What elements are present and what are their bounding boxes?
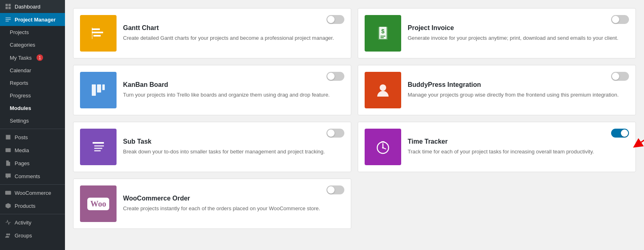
toggle-container-woocommerce: [326, 185, 344, 196]
module-title-buddypress: BuddyPress Integration: [408, 81, 629, 88]
module-desc-time-tracker: Track time for each of your project task…: [408, 148, 629, 156]
sidebar-item-groups[interactable]: Groups: [0, 229, 65, 242]
module-desc-woocommerce: Create projects instantly for each of th…: [123, 205, 344, 213]
module-info-invoice: Project Invoice Generate invoice for you…: [408, 24, 629, 42]
main-content: Gantt Chart Create detailed Gantt charts…: [65, 0, 644, 250]
module-icon-gantt: [80, 15, 117, 52]
svg-point-9: [8, 233, 10, 235]
svg-point-22: [380, 84, 386, 91]
module-info-kanban: KanBan Board Turn your projects into Tre…: [123, 81, 344, 99]
svg-rect-4: [6, 148, 11, 152]
my-tasks-badge: 1: [37, 54, 43, 61]
sidebar-divider-2: [0, 184, 65, 185]
toggle-woocommerce[interactable]: [326, 185, 344, 194]
sidebar-item-comments[interactable]: Comments: [0, 170, 65, 183]
svg-rect-31: [381, 141, 385, 142]
svg-rect-17: [380, 36, 385, 37]
sidebar-item-products[interactable]: Products: [0, 199, 65, 212]
sidebar-item-pages[interactable]: Pages: [0, 157, 65, 170]
module-info-buddypress: BuddyPress Integration Manage your proje…: [408, 81, 629, 99]
sidebar-item-woocommerce[interactable]: W WooCommerce: [0, 186, 65, 199]
module-card-kanban: KanBan Board Turn your projects into Tre…: [73, 65, 351, 115]
module-desc-buddypress: Manage your projects group wise directly…: [408, 91, 629, 99]
svg-point-5: [6, 149, 8, 150]
module-icon-kanban: [80, 72, 117, 108]
module-desc-subtask: Break down your to-dos into smaller task…: [123, 148, 344, 156]
module-card-time-tracker: Time Tracker Track time for each of your…: [358, 122, 636, 172]
module-title-invoice: Project Invoice: [408, 24, 629, 32]
svg-rect-0: [6, 4, 8, 6]
sidebar-item-activity[interactable]: Activity: [0, 216, 65, 229]
svg-rect-2: [6, 7, 8, 9]
svg-rect-10: [92, 28, 100, 30]
module-card-subtask: Sub Task Break down your to-dos into sma…: [73, 122, 351, 172]
svg-rect-25: [94, 148, 102, 149]
svg-point-8: [6, 233, 8, 235]
sidebar-item-reports[interactable]: Reports: [0, 77, 65, 89]
modules-grid: Gantt Chart Create detailed Gantt charts…: [73, 8, 636, 229]
toggle-invoice[interactable]: [611, 15, 629, 24]
toggle-container-time-tracker: [611, 129, 629, 139]
module-title-subtask: Sub Task: [123, 138, 344, 145]
module-desc-invoice: Generate invoice for your projects anyti…: [408, 34, 629, 42]
svg-rect-21: [102, 84, 105, 90]
svg-rect-26: [94, 150, 101, 151]
module-card-gantt-chart: Gantt Chart Create detailed Gantt charts…: [73, 8, 351, 58]
module-info-time-tracker: Time Tracker Track time for each of your…: [408, 138, 629, 156]
sidebar: Dashboard Project Manager Projects Categ…: [0, 0, 65, 250]
svg-rect-12: [93, 35, 101, 37]
toggle-container-kanban: [326, 72, 344, 82]
svg-rect-19: [92, 84, 96, 96]
toggle-container-subtask: [326, 129, 344, 139]
module-desc-gantt: Create detailed Gantt charts for your pr…: [123, 34, 344, 42]
sidebar-item-project-manager[interactable]: Project Manager: [0, 13, 65, 26]
sidebar-divider-3: [0, 214, 65, 214]
toggle-container-gantt: [326, 15, 344, 26]
svg-rect-3: [9, 7, 11, 9]
module-icon-subtask: [80, 129, 117, 165]
sidebar-item-categories[interactable]: Categories: [0, 39, 65, 51]
svg-rect-18: [380, 37, 384, 38]
sidebar-item-settings[interactable]: Settings: [0, 114, 65, 127]
module-icon-invoice: $: [365, 15, 401, 52]
svg-text:W: W: [6, 192, 9, 194]
module-title-kanban: KanBan Board: [123, 81, 344, 88]
sidebar-item-posts[interactable]: Posts: [0, 131, 65, 144]
module-card-project-invoice: $ Project Invoice Generate invoice for y…: [358, 8, 636, 58]
toggle-buddypress[interactable]: [611, 72, 629, 81]
toggle-time-tracker[interactable]: [611, 129, 629, 138]
sidebar-item-media[interactable]: Media: [0, 144, 65, 157]
sidebar-item-my-tasks[interactable]: My Tasks 1: [0, 51, 65, 64]
svg-rect-24: [94, 145, 104, 147]
module-info-gantt: Gantt Chart Create detailed Gantt charts…: [123, 24, 344, 42]
sidebar-item-modules[interactable]: Modules: [0, 102, 65, 114]
module-title-gantt: Gantt Chart: [123, 24, 344, 32]
toggle-subtask[interactable]: [326, 129, 344, 138]
module-icon-time-tracker: [365, 129, 401, 165]
sidebar-divider-1: [0, 129, 65, 129]
svg-rect-20: [97, 84, 101, 93]
module-info-woocommerce: WooCommerce Order Create projects instan…: [123, 195, 344, 213]
svg-text:$: $: [381, 28, 385, 34]
module-icon-woocommerce: Woo: [80, 185, 117, 222]
sidebar-item-progress[interactable]: Progress: [0, 89, 65, 102]
module-card-buddypress: BuddyPress Integration Manage your proje…: [358, 65, 636, 115]
svg-line-30: [383, 148, 386, 149]
toggle-gantt[interactable]: [326, 15, 344, 24]
toggle-kanban[interactable]: [326, 72, 344, 81]
module-desc-kanban: Turn your projects into Trello like boar…: [123, 91, 344, 99]
svg-rect-11: [92, 32, 103, 33]
sidebar-item-calendar[interactable]: Calendar: [0, 64, 65, 77]
module-info-subtask: Sub Task Break down your to-dos into sma…: [123, 138, 344, 156]
module-title-woocommerce: WooCommerce Order: [123, 195, 344, 202]
svg-rect-13: [92, 28, 93, 39]
module-title-time-tracker: Time Tracker: [408, 138, 629, 145]
sidebar-item-projects[interactable]: Projects: [0, 26, 65, 39]
toggle-container-invoice: [611, 15, 629, 26]
sidebar-item-dashboard[interactable]: Dashboard: [0, 0, 65, 13]
svg-rect-23: [93, 142, 104, 144]
module-card-woocommerce: Woo WooCommerce Order Create projects in…: [73, 179, 351, 229]
toggle-container-buddypress: [611, 72, 629, 82]
svg-rect-1: [9, 4, 11, 6]
module-icon-buddypress: [365, 72, 401, 108]
